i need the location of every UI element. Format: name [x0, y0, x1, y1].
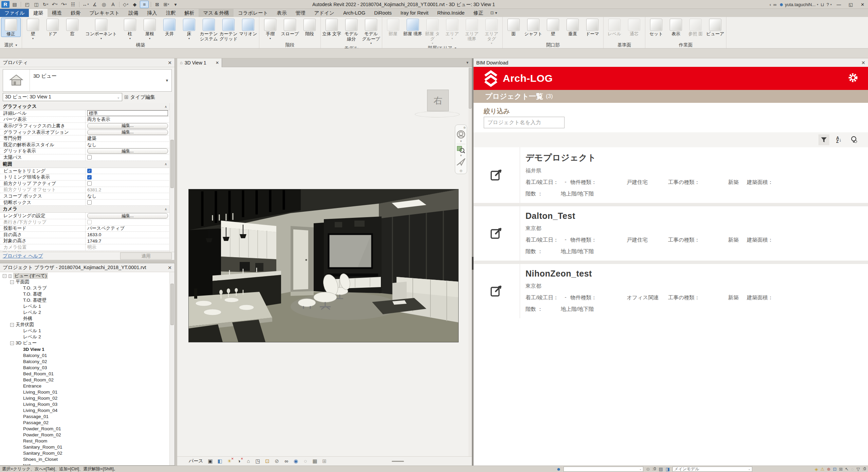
ribbon-button-面[interactable]: 面 [504, 18, 523, 37]
minimize-button[interactable]: — [834, 2, 844, 7]
ribbon-button-屋根[interactable]: 屋根▾ [140, 18, 160, 40]
tree-item-ビュー (すべて)[interactable]: −◫ビュー (すべて) [0, 273, 170, 279]
property-value[interactable]: 6381.2 [87, 187, 101, 192]
close-icon[interactable]: ✕ [168, 60, 172, 65]
ribbon-button-表示[interactable]: 表示 [666, 18, 686, 37]
reveal-constraints-icon[interactable]: ⊞ [321, 458, 328, 464]
design-options-icon[interactable]: ▤ [659, 467, 663, 472]
tree-item-レベル 2[interactable]: レベル 2 [0, 309, 170, 316]
revit-logo[interactable]: R [1, 1, 10, 8]
save-icon[interactable]: ◫ [32, 1, 40, 8]
tab-鉄骨[interactable]: 鉄骨 [66, 9, 85, 17]
ribbon-button-ビューア[interactable]: ビューア [705, 18, 725, 37]
reveal-hidden-elements-icon[interactable]: ◉ [293, 458, 299, 464]
switch-windows-icon[interactable]: ⊞▾ [162, 1, 170, 8]
tree-item-Powder_Room_01[interactable]: Powder_Room_01 [0, 426, 170, 432]
steering-wheel-icon[interactable] [456, 129, 466, 139]
gear-icon[interactable] [848, 72, 858, 84]
select-underlay-icon[interactable]: ⊡ [833, 467, 837, 472]
ribbon-button-シャフト[interactable]: シャフト [523, 18, 543, 37]
tree-item-Living_Room_02[interactable]: Living_Room_02 [0, 395, 170, 401]
ribbon-button-床[interactable]: 床▾ [179, 18, 199, 40]
tab-Iray for Revit[interactable]: Iray for Revit [396, 9, 433, 17]
property-value[interactable]: なし [87, 193, 97, 199]
tab-修正[interactable]: 修正 [469, 9, 488, 17]
sync-icon[interactable]: ↻▾ [41, 1, 50, 8]
crop-region-icon[interactable]: ◳ [255, 458, 261, 464]
property-value[interactable]: 1633.0 [87, 232, 101, 237]
tab-構造[interactable]: 構造 [48, 9, 66, 17]
selection-filter-icon[interactable]: ▽ [856, 467, 860, 472]
default-3d-view-icon[interactable]: ◇▾ [122, 1, 130, 8]
rendering-dialog-icon[interactable]: ⌂ [245, 458, 252, 464]
unlocked-view-icon[interactable]: ⊘ [274, 458, 280, 464]
tab-管理[interactable]: 管理 [291, 9, 310, 17]
ribbon-button-手摺[interactable]: 手摺▾ [260, 18, 280, 40]
ribbon-button-立体 文字[interactable]: 立体 文字 [322, 18, 341, 37]
tree-item-Rest_Room[interactable]: Rest_Room [0, 438, 170, 444]
ribbon-button-修正[interactable]: 修正 [1, 18, 21, 37]
property-value-input[interactable]: 標準 [87, 110, 168, 116]
tree-item-Sanitary_Room_02[interactable]: Sanitary_Room_02 [0, 450, 170, 456]
view-scale-button[interactable]: パース [189, 458, 203, 464]
text-icon[interactable]: A [109, 1, 117, 8]
tree-item-T.O. 基礎壁[interactable]: T.O. 基礎壁 [0, 297, 170, 303]
zoom-region-icon[interactable] [457, 145, 465, 154]
search-binoculars-icon[interactable]: ∞ [773, 2, 776, 7]
restore-button[interactable]: ◱ [846, 2, 855, 7]
drag-on-selection-icon[interactable]: ◌ [851, 467, 854, 472]
tree-item-Living_Room_01[interactable]: Living_Room_01 [0, 389, 170, 395]
active-option-icon[interactable]: ◨ [666, 467, 670, 472]
tree-item-Passage_02[interactable]: Passage_02 [0, 419, 170, 426]
thin-lines-icon[interactable]: ≡ [140, 1, 149, 8]
properties-scrollbar[interactable] [169, 103, 174, 252]
tree-item-T.O. スラブ[interactable]: T.O. スラブ [0, 285, 170, 291]
editable-requests-icon[interactable]: ⊝ [646, 467, 650, 472]
apply-button[interactable]: 適用 [120, 252, 172, 260]
collapse-search-icon[interactable]: ‹ [770, 2, 771, 7]
view-tab-list-icon[interactable]: ▼ [466, 61, 472, 64]
undo-icon[interactable]: ↶▾ [51, 1, 59, 8]
tree-item-Powder_Room_02[interactable]: Powder_Room_02 [0, 432, 170, 438]
open-project-button[interactable] [474, 264, 520, 318]
tree-item-T.O. 基礎[interactable]: T.O. 基礎 [0, 291, 170, 297]
property-value[interactable]: 1749.7 [87, 239, 101, 244]
tab-解析[interactable]: 解析 [180, 9, 199, 17]
view-cube[interactable]: 右 [427, 90, 449, 111]
visual-style-icon[interactable]: ◧ [217, 458, 223, 464]
tree-item-Balcony_02[interactable]: Balcony_02 [0, 358, 170, 364]
tree-item-Entrance[interactable]: Entrance [0, 383, 170, 389]
shadows-icon[interactable]: ◑✕ [236, 458, 242, 464]
tab-ファイル[interactable]: ファイル [0, 9, 29, 17]
properties-help-link[interactable]: プロパティ ヘルプ [3, 253, 43, 259]
ribbon-button-壁[interactable]: 壁▾ [23, 18, 43, 40]
review-warnings-icon[interactable]: ⚠ [820, 467, 825, 472]
ribbon-button-天井[interactable]: 天井 [160, 18, 179, 37]
property-section-範囲[interactable]: 範囲∧ [0, 161, 170, 168]
property-checkbox[interactable] [87, 220, 92, 224]
ribbon-button-モデル 線分[interactable]: モデル 線分 [341, 18, 361, 42]
performance-adviser-icon[interactable]: ◈ [815, 467, 818, 472]
property-value[interactable]: パースペクティブ [87, 225, 125, 231]
tab-設備[interactable]: 設備 [124, 9, 143, 17]
temporary-view-properties-icon[interactable]: ◌ [302, 458, 309, 464]
chevron-down-icon[interactable]: ▼ [163, 70, 171, 91]
tree-item-レベル 2[interactable]: レベル 2 [0, 334, 170, 340]
sun-path-icon[interactable]: ☀✕ [226, 458, 233, 464]
aligned-dimension-icon[interactable]: ∡ [91, 1, 99, 8]
project-properties-icon[interactable]: ▤ [11, 1, 19, 8]
help-bulb-icon[interactable] [848, 134, 859, 145]
tree-item-外構[interactable]: 外構 [0, 316, 170, 322]
tree-item-Balcony_03[interactable]: Balcony_03 [0, 364, 170, 371]
ribbon-button-窓[interactable]: 窓 [62, 18, 82, 37]
temporary-hide-isolate-icon[interactable]: ∞ [283, 458, 290, 464]
tab-コラボレート[interactable]: コラボレート [234, 9, 273, 17]
property-edit-button[interactable]: 編集... [87, 213, 168, 219]
tree-item-Shoes_in_Closet[interactable]: Shoes_in_Closet [0, 456, 170, 462]
tab-DiRoots[interactable]: DiRoots [370, 9, 396, 17]
close-navbar-icon[interactable]: ⊗ [463, 126, 466, 129]
property-value[interactable]: なし [87, 142, 97, 148]
close-hidden-windows-icon[interactable]: ⊠ [153, 1, 161, 8]
property-section-グラフィックス[interactable]: グラフィックス∧ [0, 103, 170, 110]
property-value[interactable]: 明示 [87, 244, 96, 250]
